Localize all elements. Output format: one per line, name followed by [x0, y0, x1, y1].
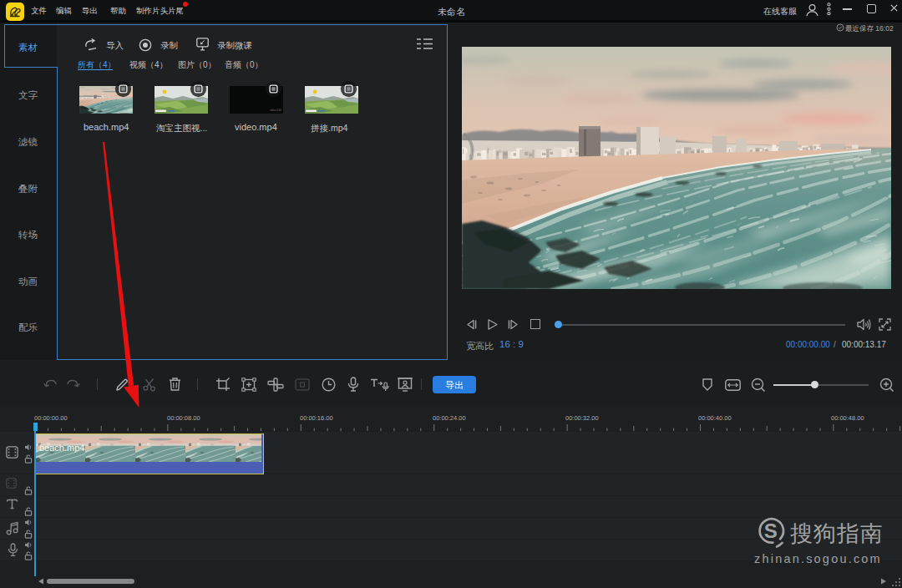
svg-text:S: S — [764, 520, 778, 542]
